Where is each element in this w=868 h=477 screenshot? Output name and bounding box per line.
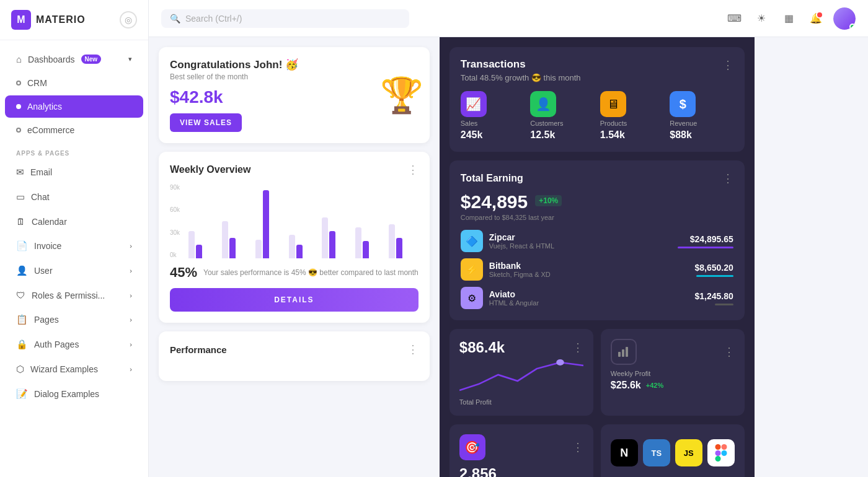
zipcar-amount: $24,895.65 [690, 234, 733, 244]
target-icon[interactable]: ◎ [120, 11, 137, 28]
bar-group [389, 224, 418, 258]
figma-logo [707, 439, 735, 466]
sidebar-item-label: Roles & Permissi... [32, 291, 105, 300]
zipcar-info: Zipcar Vuejs, React & HTML [489, 232, 671, 250]
profit-chart [459, 356, 583, 393]
more-options-icon[interactable]: ⋮ [722, 172, 733, 185]
y-label: 90k [170, 184, 180, 191]
sidebar-item-label: Chat [31, 192, 50, 202]
sales-value: 245k [461, 129, 525, 141]
sidebar-item-invoice[interactable]: 📄 Invoice › [5, 234, 143, 258]
more-options-icon[interactable]: ⋮ [572, 341, 583, 354]
svg-rect-8 [715, 456, 720, 462]
sidebar-item-roles[interactable]: 🛡 Roles & Permissi... › [5, 284, 143, 307]
invoice-icon: 📄 [16, 240, 28, 252]
y-label: 60k [170, 206, 180, 213]
customers-icon: 👤 [530, 91, 556, 117]
user-icon: 👤 [16, 265, 28, 276]
trophy-icon: 🏆 [380, 75, 423, 116]
sidebar: M MATERIO ◎ ⌂ Dashboards New ▾ CRM Analy… [0, 0, 149, 477]
sidebar-item-auth[interactable]: 🔒 Auth Pages › [5, 333, 143, 356]
chevron-icon: › [130, 292, 132, 299]
theme-icon[interactable]: ☀ [751, 9, 771, 28]
transactions-subtitle: Total 48.5% growth 😎 this month [461, 73, 581, 82]
profit-amount: $86.4k [459, 339, 505, 356]
grid-icon[interactable]: ▦ [779, 9, 799, 28]
np-header: 🎯 ⋮ [459, 434, 583, 460]
bar-dark [229, 238, 236, 258]
svg-point-0 [556, 359, 564, 365]
earning-compare: Compared to $84,325 last year [461, 214, 733, 221]
view-sales-button[interactable]: VIEW SALES [170, 113, 242, 132]
aviato-info: Aviato HTML & Angular [489, 289, 689, 307]
notification-icon[interactable]: 🔔 [806, 9, 826, 28]
transactions-info: Transactions Total 48.5% growth 😎 this m… [461, 58, 581, 82]
sidebar-item-calendar[interactable]: 🗓 Calendar [5, 210, 143, 233]
weekly-description: Your sales performance is 45% 😎 better c… [203, 268, 418, 277]
bar-dark [296, 245, 303, 258]
sidebar-item-crm[interactable]: CRM [5, 72, 143, 94]
more-options-icon[interactable]: ⋮ [722, 58, 733, 72]
earning-item-bitbank: ⚡ Bitbank Sketch, Figma & XD $8,650.20 [461, 258, 733, 281]
details-button[interactable]: DETAILS [170, 288, 418, 312]
sidebar-logo: M MATERIO ◎ [0, 0, 148, 40]
aviato-tech: HTML & Angular [489, 299, 689, 307]
sidebar-item-dialog[interactable]: 📝 Dialog Examples [5, 382, 143, 406]
search-bar[interactable]: 🔍 Search (Ctrl+/) [161, 9, 409, 28]
bitbank-name: Bitbank [489, 261, 689, 271]
sidebar-item-wizard[interactable]: ⬡ Wizard Examples › [5, 357, 143, 381]
weekly-overview-card: Weekly Overview ⋮ 90k 60k 30k 0k [159, 152, 430, 323]
more-options-icon[interactable]: ⋮ [724, 345, 735, 359]
more-options-icon[interactable]: ⋮ [572, 440, 583, 454]
translate-icon[interactable]: ⌨ [724, 9, 744, 28]
weekly-profit-val: $25.6k [611, 380, 641, 391]
svg-point-7 [721, 450, 727, 456]
chevron-icon: › [130, 267, 132, 274]
svg-rect-1 [618, 352, 621, 357]
sidebar-item-analytics[interactable]: Analytics [5, 95, 143, 118]
weekly-profit-label: Weekly Profit [611, 370, 735, 377]
zipcar-amount-right: $24,895.65 [678, 234, 733, 248]
growth-badge: +10% [535, 195, 562, 206]
bar-dark [363, 241, 369, 258]
more-options-icon[interactable]: ⋮ [407, 163, 418, 177]
dialog-icon: 📝 [16, 388, 28, 400]
logo-icon: M [11, 10, 31, 30]
y-label: 30k [170, 229, 180, 236]
bar-light [188, 231, 195, 258]
online-indicator [849, 24, 856, 30]
aviato-amount: $1,245.80 [694, 291, 733, 301]
earning-item-zipcar: 🔷 Zipcar Vuejs, React & HTML $24,895.65 [461, 230, 733, 252]
tech-stack-card: N TS JS [601, 424, 745, 477]
bar-light [289, 235, 295, 258]
customers-label: Customers [530, 120, 594, 127]
sidebar-item-ecommerce[interactable]: eCommerce [5, 119, 143, 141]
bar-light [255, 240, 262, 258]
bar-light [322, 217, 328, 258]
more-options-icon[interactable]: ⋮ [407, 343, 418, 356]
bitbank-info: Bitbank Sketch, Figma & XD [489, 261, 689, 278]
section-label: APPS & PAGES [0, 142, 148, 159]
bar-group [222, 221, 252, 258]
aviato-icon: ⚙ [461, 287, 483, 309]
sidebar-item-label: Auth Pages [34, 339, 79, 349]
zipcar-icon: 🔷 [461, 230, 483, 252]
products-label: Products [600, 120, 664, 127]
performance-card: Performance ⋮ [159, 331, 430, 381]
bitbank-amount-right: $8,650.20 [694, 263, 733, 277]
calendar-icon: 🗓 [16, 216, 25, 227]
sidebar-item-user[interactable]: 👤 User › [5, 259, 143, 282]
javascript-logo: JS [675, 439, 702, 466]
sidebar-item-chat[interactable]: ▭ Chat [5, 185, 143, 209]
sidebar-item-pages[interactable]: 📋 Pages › [5, 308, 143, 331]
svg-rect-3 [626, 347, 628, 357]
profit-row: $86.4k ⋮ Total Profit [450, 329, 745, 416]
lock-icon: 🔒 [16, 339, 28, 350]
right-panel: Transactions Total 48.5% growth 😎 this m… [440, 37, 755, 477]
tech-logos: N TS JS [611, 439, 735, 466]
sidebar-item-dashboards[interactable]: ⌂ Dashboards New ▾ [5, 48, 143, 71]
avatar[interactable] [833, 7, 856, 30]
wizard-icon: ⬡ [16, 364, 24, 375]
sidebar-item-email[interactable]: ✉ Email [5, 160, 143, 184]
zipcar-name: Zipcar [489, 232, 671, 242]
